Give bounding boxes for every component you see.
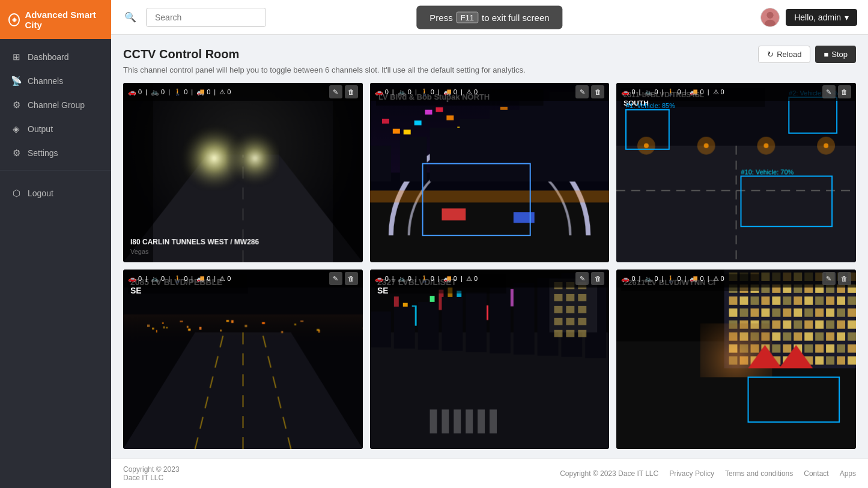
sidebar-label-logout: Logout bbox=[28, 188, 53, 198]
f11-badge: F11 bbox=[457, 11, 478, 23]
footer-terms-link[interactable]: Terms and conditions bbox=[725, 469, 793, 478]
cam6-delete-button[interactable]: 🗑 bbox=[838, 272, 851, 285]
cam1-delete-button[interactable]: 🗑 bbox=[345, 85, 358, 98]
cam5-person-stat: 🚶 0 bbox=[420, 275, 434, 283]
camera-cell-2: 🚗 0 | 🚲 0 | 🚶 0 | 🚚 0 | ⚠ 0 ✎ 🗑 bbox=[370, 83, 610, 262]
cam5-feed bbox=[370, 270, 610, 449]
user-label: Hello, admin bbox=[794, 13, 841, 22]
sidebar-label-channels: Channels bbox=[28, 76, 63, 86]
camera-cell-6: 🚗 0 | 🚲 0 | 🚶 0 | 🚚 0 | ⚠ 0 ✎ 🗑 bbox=[616, 270, 856, 449]
cam2-alert-stat: ⚠ 0 bbox=[466, 88, 478, 96]
sidebar-item-logout[interactable]: ⬡ Logout bbox=[0, 181, 111, 205]
svg-point-1 bbox=[767, 11, 774, 18]
cam6-truck-stat: 🚚 0 bbox=[690, 275, 703, 283]
sidebar-item-dashboard[interactable]: ⊞ Dashboard bbox=[0, 45, 111, 69]
cam2-feed bbox=[370, 83, 610, 262]
dropdown-arrow: ▾ bbox=[845, 13, 849, 22]
cam5-bike-stat: 🚲 0 bbox=[398, 275, 411, 283]
camera-grid: 🚗 0 | 🚲 0 | 🚶 0 | 🚚 0 | ⚠ 0 ✎ 🗑 bbox=[123, 83, 856, 449]
cam1-bike-stat: 🚲 0 bbox=[151, 88, 165, 96]
cam4-delete-button[interactable]: 🗑 bbox=[345, 272, 358, 285]
settings-icon: ⚙ bbox=[11, 148, 22, 158]
app-logo[interactable]: ◈ Advanced Smart City bbox=[0, 0, 111, 39]
sidebar-label-dashboard: Dashboard bbox=[28, 52, 69, 62]
cam6-alert-stat: ⚠ 0 bbox=[713, 275, 724, 283]
cam5-truck-stat: 🚚 0 bbox=[443, 275, 457, 283]
cam4-feed bbox=[123, 270, 363, 449]
stop-button[interactable]: ■ Stop bbox=[815, 46, 856, 63]
footer-privacy-link[interactable]: Privacy Policy bbox=[669, 469, 714, 478]
header-right: Hello, admin ▾ bbox=[760, 8, 857, 27]
cam3-feed bbox=[616, 83, 856, 262]
avatar bbox=[760, 8, 780, 27]
sidebar-item-channel-group[interactable]: ⚙ Channel Group bbox=[0, 93, 111, 117]
cam2-edit-button[interactable]: ✎ bbox=[575, 85, 589, 98]
cam1-feed bbox=[123, 83, 363, 262]
footer-contact-link[interactable]: Contact bbox=[804, 469, 828, 478]
output-icon: ◈ bbox=[11, 124, 22, 134]
user-dropdown[interactable]: Hello, admin ▾ bbox=[786, 9, 857, 26]
cam1-edit-button[interactable]: ✎ bbox=[329, 85, 342, 98]
cam1-truck-stat: 🚚 0 bbox=[196, 88, 210, 96]
sidebar-item-settings[interactable]: ⚙ Settings bbox=[0, 141, 111, 165]
reload-button[interactable]: ↻ Reload bbox=[758, 46, 810, 63]
stop-label: Stop bbox=[831, 50, 848, 59]
camera-cell-4: 🚗 0 | 🚲 0 | 🚶 0 | 🚚 0 | ⚠ 0 ✎ 🗑 bbox=[123, 270, 363, 449]
camera-topbar-3: 🚗 0 | 🚲 0 | 🚶 0 | 🚚 0 | ⚠ 0 ✎ 🗑 bbox=[616, 83, 856, 101]
cam3-edit-button[interactable]: ✎ bbox=[822, 85, 836, 98]
search-input[interactable] bbox=[146, 8, 266, 27]
header: 🔍 Press F11 to exit full screen Hello, a… bbox=[111, 0, 868, 35]
stop-icon: ■ bbox=[824, 50, 828, 59]
camera-topbar-4: 🚗 0 | 🚲 0 | 🚶 0 | 🚚 0 | ⚠ 0 ✎ 🗑 bbox=[123, 270, 363, 288]
reload-label: Reload bbox=[777, 50, 801, 59]
camera-cell-3: 🚗 0 | 🚲 0 | 🚶 0 | 🚚 0 | ⚠ 0 ✎ 🗑 bbox=[616, 83, 856, 262]
action-buttons: ↻ Reload ■ Stop bbox=[758, 46, 856, 63]
camera-actions-3: ✎ 🗑 bbox=[822, 85, 851, 98]
camera-actions-2: ✎ 🗑 bbox=[575, 85, 604, 98]
search-icon-button[interactable]: 🔍 bbox=[122, 9, 139, 25]
sidebar-label-channel-group: Channel Group bbox=[28, 100, 85, 110]
main-panel: 🔍 Press F11 to exit full screen Hello, a… bbox=[111, 0, 868, 488]
sidebar-item-channels[interactable]: 📡 Channels bbox=[0, 69, 111, 93]
camera-topbar-2: 🚗 0 | 🚲 0 | 🚶 0 | 🚚 0 | ⚠ 0 ✎ 🗑 bbox=[370, 83, 610, 101]
camera-stats-3: 🚗 0 | 🚲 0 | 🚶 0 | 🚚 0 | ⚠ 0 bbox=[621, 88, 724, 96]
fullscreen-press: Press bbox=[429, 12, 452, 22]
cam4-bike-stat: 🚲 0 bbox=[151, 275, 165, 283]
fullscreen-toast: Press F11 to exit full screen bbox=[416, 5, 562, 29]
camera-topbar-6: 🚗 0 | 🚲 0 | 🚶 0 | 🚚 0 | ⚠ 0 ✎ 🗑 bbox=[616, 270, 856, 288]
sidebar: ◈ Advanced Smart City ⊞ Dashboard 📡 Chan… bbox=[0, 0, 111, 488]
cam5-edit-button[interactable]: ✎ bbox=[575, 272, 589, 285]
footer-apps-link[interactable]: Apps bbox=[840, 469, 856, 478]
cam4-edit-button[interactable]: ✎ bbox=[329, 272, 342, 285]
content-area: CCTV Control Room ↻ Reload ■ Stop This c… bbox=[111, 35, 868, 459]
footer-left: Copyright © 2023 Dace IT LLC bbox=[123, 465, 180, 482]
page-description: This channel control panel will help you… bbox=[123, 65, 856, 74]
channel-group-icon: ⚙ bbox=[11, 100, 22, 110]
cam2-delete-button[interactable]: 🗑 bbox=[591, 85, 604, 98]
sidebar-label-settings: Settings bbox=[28, 148, 58, 158]
sidebar-nav: ⊞ Dashboard 📡 Channels ⚙ Channel Group ◈… bbox=[0, 39, 111, 488]
sidebar-label-output: Output bbox=[28, 124, 53, 134]
cam4-person-stat: 🚶 0 bbox=[174, 275, 187, 283]
camera-cell-5: 🚗 0 | 🚲 0 | 🚶 0 | 🚚 0 | ⚠ 0 ✎ 🗑 bbox=[370, 270, 610, 449]
cam5-delete-button[interactable]: 🗑 bbox=[591, 272, 604, 285]
cam4-car-stat: 🚗 0 bbox=[128, 275, 142, 283]
logo-icon: ◈ bbox=[8, 13, 20, 26]
cam2-person-stat: 🚶 0 bbox=[420, 88, 434, 96]
sidebar-item-output[interactable]: ◈ Output bbox=[0, 117, 111, 141]
cam2-car-stat: 🚗 0 bbox=[375, 88, 389, 96]
cam2-bike-stat: 🚲 0 bbox=[398, 88, 411, 96]
cam6-edit-button[interactable]: ✎ bbox=[822, 272, 836, 285]
cam6-person-stat: 🚶 0 bbox=[667, 275, 681, 283]
footer: Copyright © 2023 Dace IT LLC Copyright ©… bbox=[111, 459, 868, 488]
dashboard-icon: ⊞ bbox=[11, 52, 22, 62]
cam4-alert-stat: ⚠ 0 bbox=[219, 275, 231, 283]
camera-topbar-1: 🚗 0 | 🚲 0 | 🚶 0 | 🚚 0 | ⚠ 0 ✎ 🗑 bbox=[123, 83, 363, 101]
page-title: CCTV Control Room bbox=[123, 47, 239, 61]
camera-actions-4: ✎ 🗑 bbox=[329, 272, 358, 285]
channels-icon: 📡 bbox=[11, 76, 22, 86]
camera-actions-1: ✎ 🗑 bbox=[329, 85, 358, 98]
camera-cell-1: 🚗 0 | 🚲 0 | 🚶 0 | 🚚 0 | ⚠ 0 ✎ 🗑 bbox=[123, 83, 363, 262]
fullscreen-suffix: to exit full screen bbox=[482, 12, 550, 22]
cam3-delete-button[interactable]: 🗑 bbox=[838, 85, 851, 98]
